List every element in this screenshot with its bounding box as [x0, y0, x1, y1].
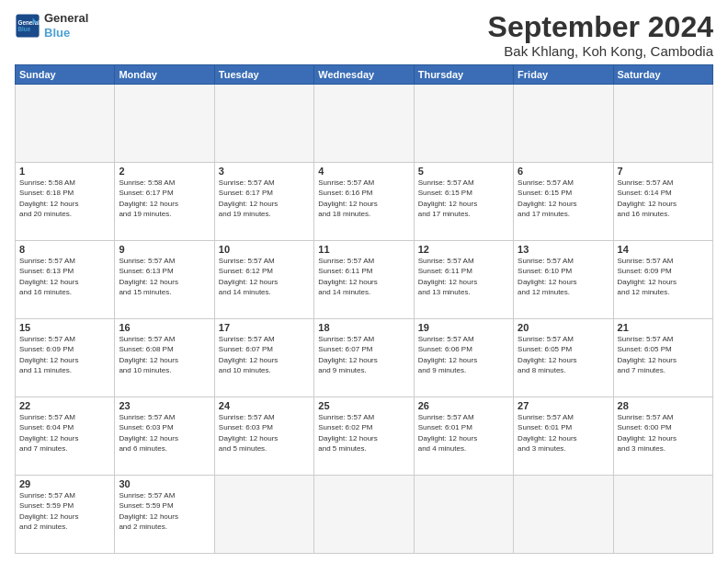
day-number: 11 — [318, 244, 409, 255]
calendar-cell-w4d2: 24Sunrise: 5:57 AM Sunset: 6:03 PM Dayli… — [214, 397, 313, 476]
calendar-week-4: 22Sunrise: 5:57 AM Sunset: 6:04 PM Dayli… — [16, 397, 713, 476]
calendar-cell-w3d1: 16Sunrise: 5:57 AM Sunset: 6:08 PM Dayli… — [115, 319, 214, 397]
day-info: Sunrise: 5:58 AM Sunset: 6:17 PM Dayligh… — [119, 178, 210, 219]
day-number: 17 — [219, 322, 310, 333]
calendar-week-3: 15Sunrise: 5:57 AM Sunset: 6:09 PM Dayli… — [16, 319, 713, 397]
day-info: Sunrise: 5:57 AM Sunset: 6:15 PM Dayligh… — [518, 178, 609, 219]
calendar-cell-w3d0: 15Sunrise: 5:57 AM Sunset: 6:09 PM Dayli… — [16, 319, 115, 397]
calendar-cell-w0d5 — [514, 85, 613, 163]
day-number: 9 — [119, 244, 210, 255]
col-wednesday: Wednesday — [314, 65, 414, 85]
day-info: Sunrise: 5:57 AM Sunset: 6:07 PM Dayligh… — [318, 334, 409, 375]
calendar-cell-w0d1 — [115, 85, 214, 163]
calendar-cell-w0d0 — [16, 85, 115, 163]
calendar-cell-w5d6 — [613, 476, 712, 554]
day-number: 5 — [418, 166, 509, 177]
day-info: Sunrise: 5:57 AM Sunset: 6:15 PM Dayligh… — [418, 178, 509, 219]
day-number: 20 — [518, 322, 609, 333]
calendar-cell-w1d0: 1Sunrise: 5:58 AM Sunset: 6:18 PM Daylig… — [16, 163, 115, 241]
day-info: Sunrise: 5:57 AM Sunset: 6:05 PM Dayligh… — [618, 334, 709, 375]
calendar-cell-w3d4: 19Sunrise: 5:57 AM Sunset: 6:06 PM Dayli… — [414, 319, 513, 397]
logo-icon: General Blue — [15, 13, 40, 39]
calendar-week-2: 8Sunrise: 5:57 AM Sunset: 6:13 PM Daylig… — [16, 241, 713, 319]
day-info: Sunrise: 5:57 AM Sunset: 6:17 PM Dayligh… — [219, 178, 310, 219]
day-number: 21 — [618, 322, 709, 333]
day-info: Sunrise: 5:57 AM Sunset: 6:10 PM Dayligh… — [518, 256, 609, 297]
calendar-cell-w4d1: 23Sunrise: 5:57 AM Sunset: 6:03 PM Dayli… — [115, 397, 214, 476]
calendar-cell-w2d1: 9Sunrise: 5:57 AM Sunset: 6:13 PM Daylig… — [115, 241, 214, 319]
day-info: Sunrise: 5:57 AM Sunset: 6:00 PM Dayligh… — [618, 412, 709, 454]
day-number: 4 — [318, 166, 409, 177]
day-info: Sunrise: 5:58 AM Sunset: 6:18 PM Dayligh… — [19, 178, 110, 219]
calendar-cell-w2d5: 13Sunrise: 5:57 AM Sunset: 6:10 PM Dayli… — [514, 241, 613, 319]
calendar-cell-w1d1: 2Sunrise: 5:58 AM Sunset: 6:17 PM Daylig… — [115, 163, 214, 241]
day-number: 23 — [119, 400, 210, 411]
calendar-cell-w5d4 — [414, 476, 513, 554]
day-number: 3 — [219, 166, 310, 177]
calendar-cell-w2d6: 14Sunrise: 5:57 AM Sunset: 6:09 PM Dayli… — [613, 241, 712, 319]
calendar-cell-w5d3 — [314, 476, 414, 554]
calendar-cell-w1d6: 7Sunrise: 5:57 AM Sunset: 6:14 PM Daylig… — [613, 163, 712, 241]
day-number: 22 — [19, 400, 110, 411]
logo: General Blue General Blue — [15, 11, 88, 40]
col-thursday: Thursday — [414, 65, 513, 85]
calendar-cell-w4d3: 25Sunrise: 5:57 AM Sunset: 6:02 PM Dayli… — [314, 397, 414, 476]
day-number: 24 — [219, 400, 310, 411]
calendar-cell-w4d5: 27Sunrise: 5:57 AM Sunset: 6:01 PM Dayli… — [514, 397, 613, 476]
col-tuesday: Tuesday — [214, 65, 313, 85]
svg-text:Blue: Blue — [18, 26, 31, 32]
day-number: 13 — [518, 244, 609, 255]
day-number: 18 — [318, 322, 409, 333]
col-sunday: Sunday — [16, 65, 115, 85]
calendar-cell-w1d4: 5Sunrise: 5:57 AM Sunset: 6:15 PM Daylig… — [414, 163, 513, 241]
calendar-cell-w2d2: 10Sunrise: 5:57 AM Sunset: 6:12 PM Dayli… — [214, 241, 313, 319]
day-info: Sunrise: 5:57 AM Sunset: 6:07 PM Dayligh… — [219, 334, 310, 375]
day-info: Sunrise: 5:57 AM Sunset: 6:16 PM Dayligh… — [318, 178, 409, 219]
month-title: September 2024 — [488, 11, 713, 43]
day-number: 12 — [418, 244, 509, 255]
calendar-week-0 — [16, 85, 713, 163]
day-number: 25 — [318, 400, 409, 411]
day-info: Sunrise: 5:57 AM Sunset: 5:59 PM Dayligh… — [119, 490, 210, 532]
day-info: Sunrise: 5:57 AM Sunset: 6:13 PM Dayligh… — [119, 256, 210, 297]
day-info: Sunrise: 5:57 AM Sunset: 6:08 PM Dayligh… — [119, 334, 210, 375]
day-info: Sunrise: 5:57 AM Sunset: 6:06 PM Dayligh… — [418, 334, 509, 375]
calendar-table: Sunday Monday Tuesday Wednesday Thursday… — [15, 64, 713, 554]
location-title: Bak Khlang, Koh Kong, Cambodia — [488, 43, 713, 59]
calendar-cell-w2d4: 12Sunrise: 5:57 AM Sunset: 6:11 PM Dayli… — [414, 241, 513, 319]
day-number: 30 — [119, 478, 210, 489]
day-info: Sunrise: 5:57 AM Sunset: 6:14 PM Dayligh… — [618, 178, 709, 219]
day-number: 19 — [418, 322, 509, 333]
day-info: Sunrise: 5:57 AM Sunset: 6:03 PM Dayligh… — [219, 412, 310, 454]
day-info: Sunrise: 5:57 AM Sunset: 6:09 PM Dayligh… — [19, 334, 110, 375]
day-info: Sunrise: 5:57 AM Sunset: 6:12 PM Dayligh… — [219, 256, 310, 297]
day-number: 15 — [19, 322, 110, 333]
calendar-cell-w3d3: 18Sunrise: 5:57 AM Sunset: 6:07 PM Dayli… — [314, 319, 414, 397]
col-saturday: Saturday — [613, 65, 712, 85]
calendar-cell-w0d4 — [414, 85, 513, 163]
day-number: 16 — [119, 322, 210, 333]
calendar-cell-w1d3: 4Sunrise: 5:57 AM Sunset: 6:16 PM Daylig… — [314, 163, 414, 241]
calendar-cell-w4d4: 26Sunrise: 5:57 AM Sunset: 6:01 PM Dayli… — [414, 397, 513, 476]
day-info: Sunrise: 5:57 AM Sunset: 6:11 PM Dayligh… — [318, 256, 409, 297]
logo-text-line1: General — [44, 11, 88, 26]
calendar-cell-w5d1: 30Sunrise: 5:57 AM Sunset: 5:59 PM Dayli… — [115, 476, 214, 554]
day-number: 7 — [618, 166, 709, 177]
calendar-cell-w1d2: 3Sunrise: 5:57 AM Sunset: 6:17 PM Daylig… — [214, 163, 313, 241]
calendar-cell-w3d5: 20Sunrise: 5:57 AM Sunset: 6:05 PM Dayli… — [514, 319, 613, 397]
calendar-cell-w4d0: 22Sunrise: 5:57 AM Sunset: 6:04 PM Dayli… — [16, 397, 115, 476]
calendar-cell-w0d6 — [613, 85, 712, 163]
calendar-cell-w3d6: 21Sunrise: 5:57 AM Sunset: 6:05 PM Dayli… — [613, 319, 712, 397]
day-info: Sunrise: 5:57 AM Sunset: 6:11 PM Dayligh… — [418, 256, 509, 297]
day-number: 26 — [418, 400, 509, 411]
day-info: Sunrise: 5:57 AM Sunset: 6:05 PM Dayligh… — [518, 334, 609, 375]
day-number: 2 — [119, 166, 210, 177]
day-info: Sunrise: 5:57 AM Sunset: 6:04 PM Dayligh… — [19, 412, 110, 454]
day-info: Sunrise: 5:57 AM Sunset: 6:09 PM Dayligh… — [618, 256, 709, 297]
calendar-cell-w2d0: 8Sunrise: 5:57 AM Sunset: 6:13 PM Daylig… — [16, 241, 115, 319]
col-monday: Monday — [115, 65, 214, 85]
day-number: 6 — [518, 166, 609, 177]
day-number: 14 — [618, 244, 709, 255]
calendar-week-1: 1Sunrise: 5:58 AM Sunset: 6:18 PM Daylig… — [16, 163, 713, 241]
day-number: 28 — [618, 400, 709, 411]
